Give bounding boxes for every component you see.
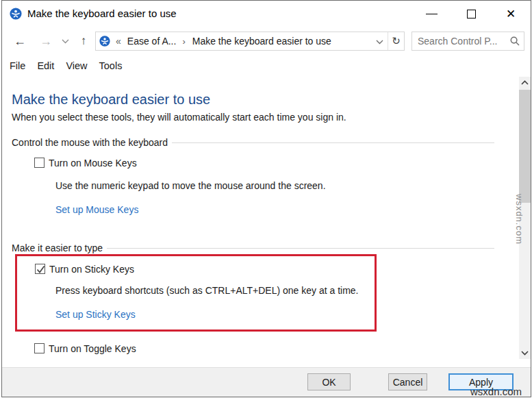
minimize-button[interactable] bbox=[411, 1, 451, 27]
menu-view[interactable]: View bbox=[66, 60, 87, 71]
up-icon: ↑ bbox=[81, 34, 87, 48]
scroll-up-button[interactable] bbox=[519, 77, 531, 88]
chevron-down-icon bbox=[376, 40, 383, 45]
recent-pages-button[interactable] bbox=[58, 27, 72, 55]
section-easier-to-type: Make it easier to type bbox=[12, 242, 494, 253]
breadcrumb-current-page[interactable]: Make the keyboard easier to use bbox=[192, 36, 371, 47]
mouse-keys-checkbox[interactable] bbox=[34, 158, 45, 168]
breadcrumb-ease-of-access[interactable]: Ease of A... bbox=[127, 36, 177, 47]
watermark-bottom: wsxdn.com bbox=[470, 386, 522, 397]
minimize-icon bbox=[426, 14, 438, 14]
close-button[interactable]: ✕ bbox=[491, 1, 531, 27]
sticky-keys-description: Press keyboard shortcuts (such as CTRL+A… bbox=[55, 285, 358, 296]
breadcrumb-overflow-icon[interactable]: « bbox=[116, 36, 121, 47]
mouse-keys-description: Use the numeric keypad to move the mouse… bbox=[55, 180, 326, 191]
section-divider bbox=[172, 142, 494, 143]
section-title: Control the mouse with the keyboard bbox=[12, 137, 168, 148]
sticky-keys-checkbox[interactable] bbox=[35, 264, 45, 274]
sticky-keys-label[interactable]: Turn on Sticky Keys bbox=[49, 264, 134, 275]
ease-of-access-icon bbox=[99, 36, 110, 47]
maximize-icon bbox=[467, 10, 476, 18]
mouse-keys-label[interactable]: Turn on Mouse Keys bbox=[49, 158, 137, 169]
page-content: Make the keyboard easier to use When you… bbox=[2, 77, 531, 367]
forward-button[interactable]: → bbox=[35, 27, 57, 55]
control-panel-window: Make the keyboard easier to use ✕ ← → ↑ … bbox=[1, 0, 531, 397]
refresh-icon: ↻ bbox=[392, 35, 401, 47]
close-icon: ✕ bbox=[506, 8, 516, 20]
window-controls: ✕ bbox=[411, 1, 531, 27]
menu-bar: File Edit View Tools bbox=[2, 55, 531, 77]
maximize-button[interactable] bbox=[451, 1, 491, 27]
section-control-mouse: Control the mouse with the keyboard bbox=[12, 137, 494, 148]
setup-mouse-keys-link[interactable]: Set up Mouse Keys bbox=[55, 204, 138, 215]
ok-button[interactable]: OK bbox=[307, 373, 351, 390]
title-bar: Make the keyboard easier to use ✕ bbox=[2, 1, 531, 27]
menu-file[interactable]: File bbox=[10, 60, 25, 71]
search-box bbox=[411, 32, 524, 51]
back-button[interactable]: ← bbox=[8, 27, 32, 55]
chevron-down-icon bbox=[62, 39, 69, 44]
up-button[interactable]: ↑ bbox=[73, 27, 94, 55]
scroll-down-button[interactable] bbox=[519, 347, 531, 359]
search-button[interactable] bbox=[506, 36, 524, 46]
setup-sticky-keys-link[interactable]: Set up Sticky Keys bbox=[55, 309, 136, 320]
ease-of-access-icon bbox=[10, 8, 22, 20]
forward-icon: → bbox=[40, 34, 52, 49]
address-bar[interactable]: « Ease of A... › Make the keyboard easie… bbox=[95, 32, 405, 51]
breadcrumb-separator-icon: › bbox=[182, 36, 185, 47]
search-input[interactable] bbox=[412, 36, 506, 47]
address-dropdown-button[interactable] bbox=[371, 35, 388, 47]
toggle-keys-label[interactable]: Turn on Toggle Keys bbox=[49, 343, 136, 354]
menu-tools[interactable]: Tools bbox=[99, 60, 123, 71]
navigation-bar: ← → ↑ « Ease of A... › Make the keyboard… bbox=[2, 27, 531, 55]
dialog-button-bar: OK Cancel Apply bbox=[2, 367, 531, 397]
refresh-button[interactable]: ↻ bbox=[388, 32, 404, 50]
section-title: Make it easier to type bbox=[12, 242, 103, 253]
window-title: Make the keyboard easier to use bbox=[27, 8, 177, 19]
toggle-keys-checkbox[interactable] bbox=[34, 343, 45, 353]
section-divider bbox=[107, 248, 494, 249]
watermark-side: wsxdn.com bbox=[514, 194, 524, 245]
menu-edit[interactable]: Edit bbox=[37, 60, 54, 71]
cancel-button[interactable]: Cancel bbox=[388, 373, 427, 390]
search-icon bbox=[510, 36, 520, 46]
checkmark-icon bbox=[36, 264, 46, 275]
page-subtitle: When you select these tools, they will a… bbox=[12, 112, 346, 123]
scrollbar-down-icon bbox=[521, 351, 529, 356]
back-icon: ← bbox=[14, 34, 26, 49]
page-title: Make the keyboard easier to use bbox=[12, 92, 210, 108]
scrollbar-up-icon bbox=[521, 80, 529, 85]
scrollbar-thumb[interactable] bbox=[519, 90, 531, 203]
